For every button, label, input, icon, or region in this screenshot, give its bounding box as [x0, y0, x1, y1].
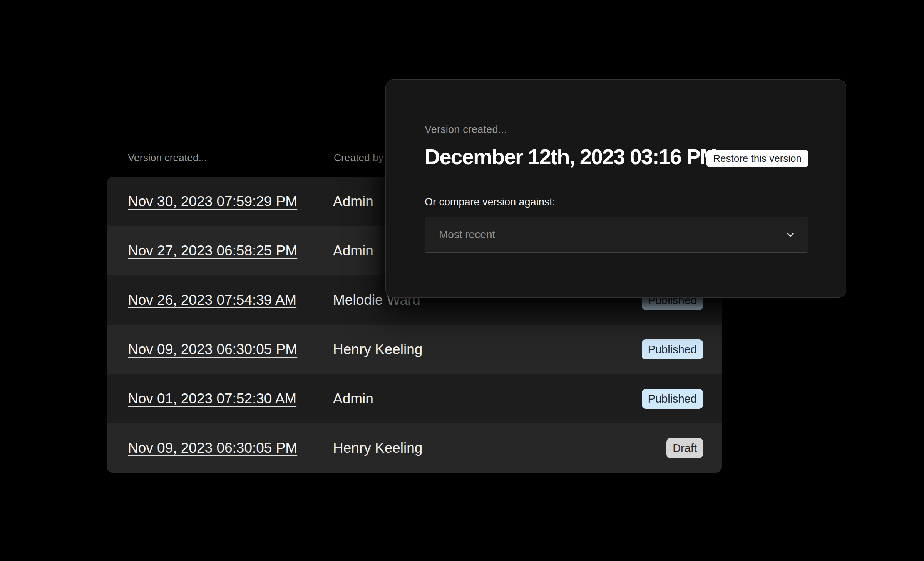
version-date-link[interactable]: Nov 09, 2023 06:30:05 PM: [128, 341, 297, 357]
status-badge: Published: [642, 339, 703, 359]
version-details-modal: Version created... December 12th, 2023 0…: [385, 79, 846, 298]
compare-version-dropdown[interactable]: Most recent: [425, 217, 808, 253]
version-date-link[interactable]: Nov 27, 2023 06:58:25 PM: [128, 243, 297, 259]
created-by-cell: Henry Keeling: [333, 440, 422, 456]
status-badge: Published: [642, 389, 703, 409]
version-date-link[interactable]: Nov 26, 2023 07:54:39 AM: [128, 292, 296, 308]
version-date-cell: Nov 26, 2023 07:54:39 AM: [128, 292, 296, 308]
version-date-link[interactable]: Nov 01, 2023 07:52:30 AM: [128, 391, 296, 406]
compare-version-label: Or compare version against:: [425, 196, 808, 208]
page-background: { "colors": { "page-bg": "#000000", "row…: [0, 0, 924, 561]
chevron-down-icon: [785, 230, 795, 240]
column-header-version-created: Version created...: [128, 152, 207, 164]
version-date-cell: Nov 09, 2023 06:30:05 PM: [128, 440, 297, 456]
version-date-cell: Nov 30, 2023 07:59:29 PM: [128, 193, 297, 210]
column-header-created-by: Created by: [334, 152, 383, 164]
created-by-cell: Henry Keeling: [333, 341, 422, 358]
version-date-link[interactable]: Nov 09, 2023 06:30:05 PM: [128, 440, 297, 456]
created-by-cell: Admin: [333, 243, 373, 259]
restore-version-button[interactable]: Restore this version: [706, 150, 808, 167]
table-row: Nov 01, 2023 07:52:30 AM Admin Published: [107, 374, 722, 423]
table-row: Nov 09, 2023 06:30:05 PM Henry Keeling P…: [107, 325, 722, 374]
dropdown-selected-value: Most recent: [439, 228, 495, 241]
version-date-cell: Nov 27, 2023 06:58:25 PM: [128, 243, 297, 259]
version-date-cell: Nov 01, 2023 07:52:30 AM: [128, 391, 296, 407]
created-by-cell: Admin: [333, 391, 373, 407]
status-badge: Draft: [666, 438, 703, 458]
created-by-cell: Admin: [333, 193, 373, 210]
table-row: Nov 09, 2023 06:30:05 PM Henry Keeling D…: [107, 423, 722, 473]
version-date-link[interactable]: Nov 30, 2023 07:59:29 PM: [128, 193, 297, 209]
modal-version-created-label: Version created...: [425, 124, 808, 136]
version-date-cell: Nov 09, 2023 06:30:05 PM: [128, 341, 297, 358]
